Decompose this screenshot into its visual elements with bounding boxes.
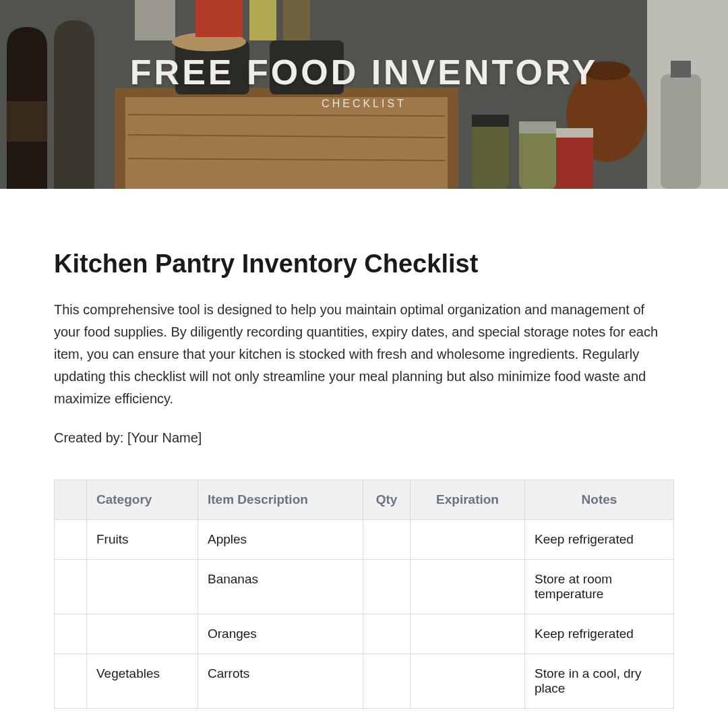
hero-title: FREE FOOD INVENTORY <box>130 52 598 92</box>
cell-check[interactable] <box>55 614 87 654</box>
cell-qty[interactable] <box>363 560 411 614</box>
col-header-description: Item Description <box>198 480 363 520</box>
created-by-line: Created by: [Your Name] <box>54 430 674 446</box>
table-row: Oranges Keep refrigerated <box>55 614 674 654</box>
cell-description: Bananas <box>198 560 363 614</box>
cell-notes: Store at room temperature <box>525 560 674 614</box>
intro-paragraph: This comprehensive tool is designed to h… <box>54 299 674 410</box>
inventory-table: Category Item Description Qty Expiration… <box>54 479 674 709</box>
cell-notes: Keep refrigerated <box>525 614 674 654</box>
col-header-qty: Qty <box>363 480 411 520</box>
cell-qty[interactable] <box>363 614 411 654</box>
hero-background-image <box>0 0 728 189</box>
col-header-check <box>55 480 87 520</box>
cell-expiration[interactable] <box>411 614 525 654</box>
cell-expiration[interactable] <box>411 520 525 560</box>
col-header-expiration: Expiration <box>411 480 525 520</box>
hero-subtitle: CHECKLIST <box>322 98 406 110</box>
cell-description: Carrots <box>198 654 363 709</box>
cell-notes: Store in a cool, dry place <box>525 654 674 709</box>
col-header-notes: Notes <box>525 480 674 520</box>
cell-category <box>87 560 198 614</box>
cell-check[interactable] <box>55 654 87 709</box>
cell-qty[interactable] <box>363 654 411 709</box>
cell-notes: Keep refrigerated <box>525 520 674 560</box>
cell-qty[interactable] <box>363 520 411 560</box>
cell-category <box>87 614 198 654</box>
document-content: Kitchen Pantry Inventory Checklist This … <box>0 189 728 727</box>
cell-expiration[interactable] <box>411 654 525 709</box>
cell-description: Oranges <box>198 614 363 654</box>
table-header-row: Category Item Description Qty Expiration… <box>55 480 674 520</box>
cell-description: Apples <box>198 520 363 560</box>
hero-banner: FREE FOOD INVENTORY CHECKLIST <box>0 0 728 189</box>
table-row: Bananas Store at room temperature <box>55 560 674 614</box>
table-row: Vegetables Carrots Store in a cool, dry … <box>55 654 674 709</box>
svg-rect-27 <box>0 0 728 189</box>
cell-check[interactable] <box>55 520 87 560</box>
table-row: Fruits Apples Keep refrigerated <box>55 520 674 560</box>
col-header-category: Category <box>87 480 198 520</box>
cell-check[interactable] <box>55 560 87 614</box>
document-title: Kitchen Pantry Inventory Checklist <box>54 250 674 279</box>
cell-category: Fruits <box>87 520 198 560</box>
cell-expiration[interactable] <box>411 560 525 614</box>
cell-category: Vegetables <box>87 654 198 709</box>
